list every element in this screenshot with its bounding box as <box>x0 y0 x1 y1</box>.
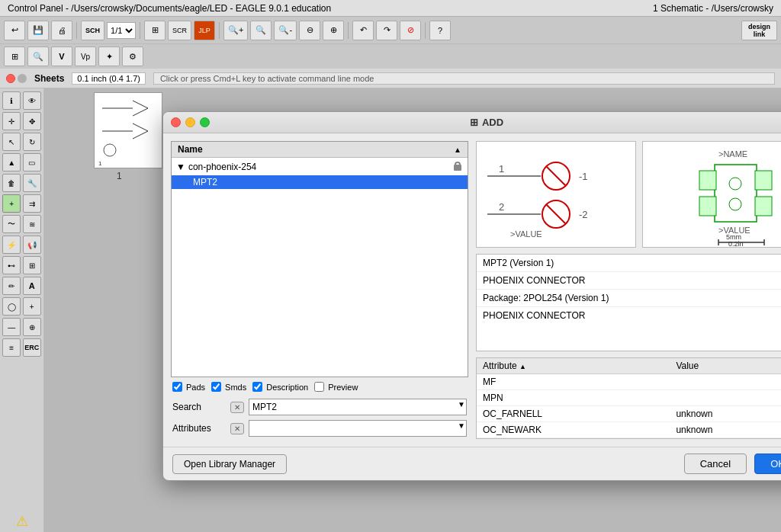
speaker-btn[interactable]: 📢 <box>23 236 41 254</box>
undo2-btn[interactable]: ↶ <box>352 21 374 40</box>
info-btn[interactable]: ℹ <box>2 91 21 110</box>
tree-item-mpt2[interactable]: MPT2 <box>172 175 468 189</box>
plus-vert-btn[interactable]: ⊕ <box>23 318 41 336</box>
sort-arrow[interactable]: ▲ <box>454 146 461 154</box>
page-selector[interactable]: 1/1 <box>107 22 136 39</box>
designlink-btn[interactable]: designlink <box>741 21 777 40</box>
pads-checkbox[interactable] <box>172 382 182 392</box>
grid-btn[interactable]: ⊞ <box>144 21 166 40</box>
search-input[interactable] <box>249 399 467 415</box>
pads-label: Pads <box>186 383 205 392</box>
description-checkbox[interactable] <box>252 382 262 392</box>
eye-btn[interactable]: 👁 <box>23 91 41 110</box>
triangle-btn[interactable]: ▲ <box>2 153 21 171</box>
sep-1 <box>76 22 77 39</box>
print-btn[interactable]: 🖨 <box>51 21 72 40</box>
search-clear-btn[interactable]: ✕ <box>230 402 244 413</box>
save-btn[interactable]: 💾 <box>27 21 49 40</box>
open-library-manager-button[interactable]: Open Library Manager <box>172 454 287 474</box>
wave-btn[interactable]: 〜 <box>2 215 21 233</box>
minus-btn[interactable]: — <box>2 318 21 336</box>
attributes-clear-btn[interactable]: ✕ <box>230 423 244 434</box>
tb2-v-btn[interactable]: V <box>51 46 72 66</box>
cross-thin-btn[interactable]: + <box>23 297 41 316</box>
trash-btn[interactable]: 🗑 <box>2 174 21 192</box>
attributes-dropdown-btn[interactable]: ▼ <box>458 421 465 430</box>
info-row-3: PHOENIX CONNECTOR <box>477 307 781 324</box>
maximize-button[interactable] <box>200 117 210 127</box>
table-row: MF <box>477 374 781 390</box>
julp-btn[interactable]: JLP <box>194 21 215 40</box>
tb2-grid-btn[interactable]: ⊞ <box>4 46 25 66</box>
redo-btn[interactable]: ↷ <box>376 21 397 40</box>
lines-btn[interactable]: ≡ <box>2 338 21 357</box>
minimize-dot[interactable] <box>18 74 27 83</box>
zoom-area-btn[interactable]: ⊕ <box>323 21 344 40</box>
tree-item-con-phoenix[interactable]: ▼ con-phoenix-254 <box>172 158 468 175</box>
table-row: MPN <box>477 390 781 406</box>
tree-item-label-0: con-phoenix-254 <box>188 162 256 172</box>
stop-btn[interactable]: ⊘ <box>400 21 421 40</box>
settings-btn[interactable]: ⚡ <box>2 236 21 254</box>
tree-container[interactable]: Name ▲ ▼ con-phoenix-254 <box>171 141 468 377</box>
preview-row: -1 1 -2 2 <box>476 141 781 248</box>
crosshair-btn[interactable]: ✛ <box>2 112 21 130</box>
erc-btn[interactable]: ERC <box>23 338 41 357</box>
search-row: Search ✕ ▼ <box>171 396 468 418</box>
tree-expand-arrow: ▼ <box>176 162 185 172</box>
description-checkbox-label[interactable]: Description <box>252 382 308 392</box>
status-zoom: 0.1 inch (0.4 1.7) <box>72 72 146 85</box>
rotate-btn[interactable]: ↻ <box>23 133 41 151</box>
tb2-zoom-btn[interactable]: 🔍 <box>27 46 49 66</box>
zoom-fit-btn[interactable]: 🔍 <box>250 21 272 40</box>
textA-btn[interactable]: A <box>23 277 41 295</box>
pads-checkbox-label[interactable]: Pads <box>172 382 205 392</box>
smds-checkbox[interactable] <box>211 382 221 392</box>
zoom-in-btn[interactable]: 🔍+ <box>223 21 248 40</box>
conn-btn[interactable]: ⊷ <box>2 256 21 274</box>
package-preview-box: >NAME >VALUE <box>642 141 781 248</box>
ellipse-btn[interactable]: ◯ <box>2 297 21 316</box>
tb2-settings-btn[interactable]: ⚙ <box>122 46 143 66</box>
zoom-out-btn[interactable]: 🔍- <box>274 21 297 40</box>
move-btn[interactable]: ✥ <box>23 112 41 130</box>
smds-checkbox-label[interactable]: Smds <box>211 382 246 392</box>
sch-btn[interactable]: SCH <box>81 21 104 40</box>
tree-panel: Name ▲ ▼ con-phoenix-254 <box>171 141 468 439</box>
ok-button[interactable]: OK <box>754 453 781 474</box>
title-right: 1 Schematic - /Users/crowsky <box>653 3 773 14</box>
minimize-button[interactable] <box>185 117 195 127</box>
search-dropdown-btn[interactable]: ▼ <box>458 400 465 409</box>
arrow-btn[interactable]: ↖ <box>2 133 21 151</box>
cancel-button[interactable]: Cancel <box>684 453 747 474</box>
tree-header: Name ▲ <box>172 142 468 158</box>
status-hint: Click or press Cmd+L key to activate com… <box>153 72 775 85</box>
help-btn[interactable]: ? <box>429 21 451 40</box>
svg-text:2: 2 <box>499 201 504 213</box>
tb2-net-btn[interactable]: ✦ <box>98 46 120 66</box>
attributes-table: Attribute ▲ Value MF <box>477 358 781 438</box>
preview-checkbox[interactable] <box>314 382 324 392</box>
close-dot[interactable] <box>6 74 15 83</box>
svg-text:>NAME: >NAME <box>718 149 747 159</box>
add-btn[interactable]: + <box>2 194 21 213</box>
vol-btn[interactable]: ≋ <box>23 215 41 233</box>
svg-text:1: 1 <box>499 163 504 175</box>
svg-line-5 <box>133 131 148 139</box>
preview-checkbox-label[interactable]: Preview <box>314 382 358 392</box>
scrn-btn[interactable]: SCR <box>168 21 191 40</box>
multi-arrow-btn[interactable]: ⇉ <box>23 194 41 213</box>
wrench-btn[interactable]: 🔧 <box>23 174 41 192</box>
traffic-lights <box>171 117 210 127</box>
zoom-prev-btn[interactable]: ⊖ <box>299 21 320 40</box>
svg-text:0.2in: 0.2in <box>728 240 744 248</box>
tb2-vp-btn[interactable]: Vp <box>75 46 96 66</box>
rect-btn[interactable]: ▭ <box>23 153 41 171</box>
close-button[interactable] <box>171 117 181 127</box>
svg-rect-9 <box>455 162 460 166</box>
bat-btn[interactable]: ⊞ <box>23 256 41 274</box>
pencil-btn[interactable]: ✏ <box>2 277 21 295</box>
attributes-input[interactable] <box>249 420 467 437</box>
dialog-body: Name ▲ ▼ con-phoenix-254 <box>163 133 781 447</box>
undo-btn[interactable]: ↩ <box>4 21 25 40</box>
